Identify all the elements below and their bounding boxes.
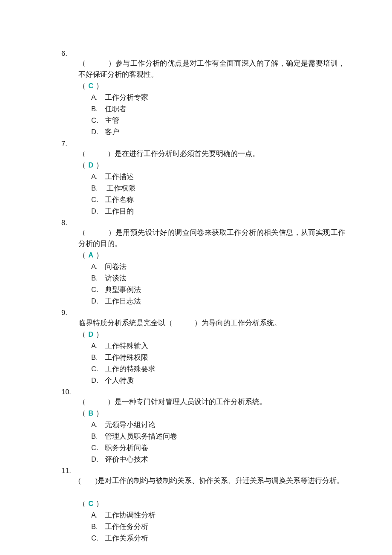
option-text: 职务分析问卷 — [105, 444, 148, 452]
option-text: 管理人员职务描述问卷 — [105, 432, 177, 440]
list-item: B.工作任务分析 — [91, 521, 345, 532]
bracket-open: （ — [78, 500, 87, 508]
answer-letter: D — [87, 161, 94, 169]
option-text: 评价中心技术 — [105, 455, 148, 463]
option-letter: B. — [91, 182, 105, 194]
question-stem: 临界特质分析系统是完全以（ ）为导向的工作分析系统。 — [78, 318, 345, 329]
options-list: A.工作特殊输入 B.工作特殊权限 C.工作的特殊要求 D.个人特质 — [78, 340, 345, 386]
list-item: C.典型事例法 — [91, 284, 345, 295]
option-text: 主管 — [105, 116, 119, 124]
question-stem: （ ）参与工作分析的优点是对工作有全面而深入的了解，确定是需要培训，不好保证分析… — [78, 58, 345, 80]
option-text: 工作协调性分析 — [105, 511, 156, 519]
option-letter: B. — [91, 431, 105, 442]
option-text: 任职者 — [105, 105, 127, 113]
question-number: 8. — [61, 217, 345, 228]
question-number: 11. — [61, 465, 345, 476]
option-letter: B. — [91, 103, 105, 114]
question-body: （ ）是在进行工作分析时必须首先要明确的一点。 （ D ） A.工作描述 B. … — [61, 148, 345, 217]
question-stem: ( )是对工作的制约与被制约关系、协作关系、升迁关系与调换关系等进行分析。 — [78, 475, 345, 486]
answer-letter: C — [87, 82, 94, 90]
bracket-close: ） — [94, 251, 103, 259]
bracket-close: ） — [94, 409, 103, 417]
blank-line — [78, 486, 345, 497]
list-item: B.访谈法 — [91, 272, 345, 284]
options-list: A.无领导小组讨论 B.管理人员职务描述问卷 C.职务分析问卷 D.评价中心技术 — [78, 419, 345, 465]
list-item: A.工作描述 — [91, 171, 345, 182]
list-item: D.客户 — [91, 126, 345, 138]
list-item: A.工作分析专家 — [91, 92, 345, 103]
option-letter: A. — [91, 92, 105, 103]
option-text: 工作权限 — [105, 184, 135, 192]
question-stem: （ ）是用预先设计好的调查问卷来获取工作分析的相关信息，从而实现工作分析的目的。 — [78, 227, 345, 249]
option-letter: B. — [91, 521, 105, 532]
question-body: ( )是对工作的制约与被制约关系、协作关系、升迁关系与调换关系等进行分析。 （ … — [61, 475, 345, 543]
answer-letter: C — [87, 500, 94, 507]
question-number: 7. — [61, 138, 345, 149]
exam-page: 6. （ ）参与工作分析的优点是对工作有全面而深入的了解，确定是需要培训，不好保… — [0, 0, 392, 555]
option-text: 工作特殊权限 — [105, 353, 148, 361]
answer-letter: A — [87, 251, 94, 259]
list-item: C.主管 — [91, 115, 345, 126]
question-body: （ ）参与工作分析的优点是对工作有全面而深入的了解，确定是需要培训，不好保证分析… — [61, 58, 345, 138]
question-body: （ ）是一种专门针对管理人员设计的工作分析系统。 （ B ） A.无领导小组讨论… — [61, 396, 345, 465]
option-letter: C. — [91, 115, 105, 126]
list-item: A.问卷法 — [91, 261, 345, 272]
list-item: D.评价中心技术 — [91, 454, 345, 465]
answer-line: （ D ） — [78, 329, 345, 340]
question-body: （ ）是用预先设计好的调查问卷来获取工作分析的相关信息，从而实现工作分析的目的。… — [61, 227, 345, 307]
answer-line: （ C ） — [78, 498, 345, 509]
option-letter: C. — [91, 194, 105, 205]
bracket-open: （ — [78, 409, 87, 417]
options-list: A.问卷法 B.访谈法 C.典型事例法 D.工作日志法 — [78, 261, 345, 307]
question-stem: （ ）是在进行工作分析时必须首先要明确的一点。 — [78, 148, 345, 159]
option-letter: C. — [91, 284, 105, 295]
options-list: A.工作分析专家 B.任职者 C.主管 D.客户 — [78, 92, 345, 138]
option-letter: A. — [91, 340, 105, 351]
option-text: 访谈法 — [105, 274, 127, 282]
question-body: 临界特质分析系统是完全以（ ）为导向的工作分析系统。 （ D ） A.工作特殊输… — [61, 318, 345, 386]
option-letter: B. — [91, 272, 105, 283]
list-item: B.任职者 — [91, 103, 345, 115]
bracket-close: ） — [94, 161, 103, 169]
question-stem: （ ）是一种专门针对管理人员设计的工作分析系统。 — [78, 396, 345, 408]
list-item: D.个人特质 — [91, 375, 345, 386]
option-text: 工作任务分析 — [105, 523, 148, 531]
option-letter: A. — [91, 261, 105, 272]
answer-line: （ A ） — [78, 249, 345, 261]
answer-line: （ C ） — [78, 80, 345, 92]
bracket-open: （ — [78, 161, 87, 169]
option-letter: B. — [91, 352, 105, 363]
list-item: B. 工作权限 — [91, 182, 345, 194]
option-letter: A. — [91, 509, 105, 520]
option-text: 工作分析专家 — [105, 93, 148, 101]
option-letter: D. — [91, 454, 105, 465]
option-text: 工作关系分析 — [105, 534, 148, 542]
list-item: D.工作目的 — [91, 205, 345, 217]
question-number: 6. — [61, 48, 345, 59]
option-text: 工作目的 — [105, 207, 134, 215]
option-text: 客户 — [105, 128, 119, 136]
list-item: B.管理人员职务描述问卷 — [91, 431, 345, 442]
list-item: A.工作协调性分析 — [91, 509, 345, 521]
option-letter: C. — [91, 363, 105, 374]
option-text: 无领导小组讨论 — [105, 421, 156, 429]
list-item: C.工作的特殊要求 — [91, 363, 345, 375]
options-list: A.工作描述 B. 工作权限 C.工作名称 D.工作目的 — [78, 171, 345, 217]
option-text: 工作特殊输入 — [105, 342, 148, 350]
option-text: 工作描述 — [105, 173, 134, 181]
question-number: 10. — [61, 386, 345, 397]
option-letter: D. — [91, 295, 105, 306]
option-letter: C. — [91, 442, 105, 453]
option-text: 问卷法 — [105, 263, 127, 271]
list-item: A.无领导小组讨论 — [91, 419, 345, 431]
answer-letter: B — [87, 409, 94, 417]
option-letter: C. — [91, 532, 105, 543]
option-text: 工作日志法 — [105, 297, 141, 305]
options-list: A.工作协调性分析 B.工作任务分析 C.工作关系分析 — [78, 509, 345, 544]
option-letter: A. — [91, 171, 105, 182]
option-text: 典型事例法 — [105, 286, 141, 294]
list-item: C.工作关系分析 — [91, 532, 345, 544]
list-item: C.工作名称 — [91, 194, 345, 205]
question-number: 9. — [61, 307, 345, 318]
option-letter: D. — [91, 375, 105, 386]
